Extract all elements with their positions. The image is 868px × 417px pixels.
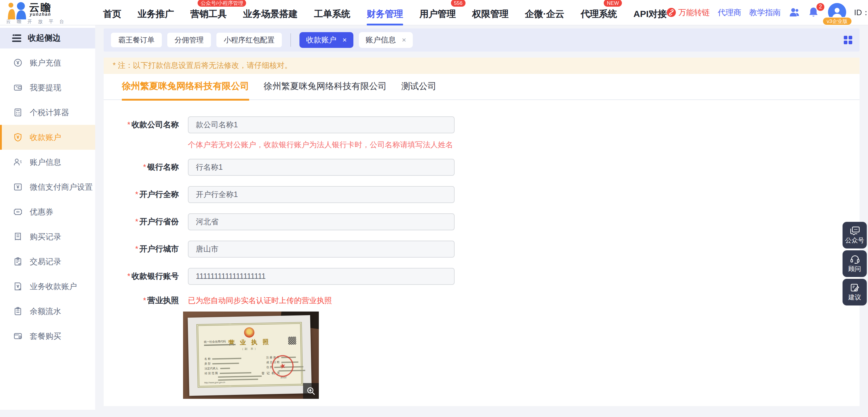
receiving-account-icon [13,133,23,142]
nav-home[interactable]: 首页 [103,0,121,25]
company-tab-2[interactable]: 徐州繁夏咪兔网络科技有限公司 [264,81,387,99]
license-footer-url: http://www.gsxt.gov.cn [204,381,225,384]
main-nav: 首页 业务推广 营销工具 公众号/小程序管理 业务场景搭建 工单系统 财务管理 … [103,0,667,25]
sidebar-item-account-info[interactable]: 账户信息 [0,150,95,174]
account-info-icon [13,158,23,167]
nav-qiwei[interactable]: 企微·企云 [525,0,564,25]
suggestion-button[interactable]: 建议 [842,279,867,306]
sidebar-item-wechat-pay-settings[interactable]: 微信支付商户设置 [0,174,95,199]
license-sync-note: 已为您自动同步实名认证时上传的营业执照 [188,295,332,306]
app-viewport: 云瞻 yunzhan 云 瞻 开 放 平 台 首页 业务推广 营销工具 公众号/… [0,0,868,417]
quick-button-redpacket-config[interactable]: 小程序红包配置 [216,33,282,47]
sidebar-item-balance-flow[interactable]: 余额流水 [0,299,95,324]
form-row-business-license: *营业执照 已为您自动同步实名认证时上传的营业执照 [104,295,860,306]
chain-link-icon [667,8,676,17]
brand-logo-icon [7,1,27,20]
grid-layout-icon[interactable] [844,36,852,44]
company-tabs: 徐州繁夏咪兔网络科技有限公司 徐州繁夏咪兔网络科技有限公司 测试公司 [104,74,860,100]
company-tab-1[interactable]: 徐州繁夏咪兔网络科技有限公司 [122,81,249,99]
sidebar-item-transaction-records[interactable]: 交易记录 [0,249,95,274]
business-receiving-icon [13,282,23,291]
field-label: 开户行城市 [140,244,179,253]
brand-logo[interactable]: 云瞻 yunzhan 云 瞻 开 放 平 台 [0,0,96,25]
field-label: 收款公司名称 [131,120,179,129]
headset-icon [849,254,860,263]
form-row-bank-city: *开户行城市 唐山市 [104,240,860,258]
package-purchase-icon [13,331,23,341]
main-area: 霸王餐订单 分佣管理 小程序红包配置 收款账户 × 账户信息 × * 注：以下打… [95,26,868,417]
nav-badge-new: NEW [604,0,622,6]
license-paper: 统一社会信用代码 营 业 执 照 （副 本） 名 称 类 型 法定代表人 [188,315,312,396]
field-label: 收款银行账号 [131,271,179,281]
advisor-button[interactable]: 顾问 [842,250,867,277]
collapse-sidebar-icon [11,34,21,42]
nav-business-promo[interactable]: 业务推广 [137,0,174,25]
nav-marketing-tools[interactable]: 营销工具 公众号/小程序管理 [190,0,227,25]
bank-name-input[interactable]: 行名称1 [188,159,455,176]
quick-tab-bar: 霸王餐订单 分佣管理 小程序红包配置 收款账户 × 账户信息 × [104,29,860,52]
form-row-bank-province: *开户行省份 河北省 [104,213,860,230]
user-avatar[interactable]: v3企业版 [828,1,846,23]
calculator-icon [13,108,23,117]
bank-city-input[interactable]: 唐山市 [188,240,455,258]
quick-button-commission[interactable]: 分佣管理 [167,33,211,47]
sidebar-item-purchase-records[interactable]: 购买记录 [0,224,95,249]
agent-link[interactable]: 代理商 [718,7,741,18]
bank-branch-input[interactable]: 开户行全称1 [188,186,455,203]
company-tab-3[interactable]: 测试公司 [401,81,436,99]
form-row-bank-account: *收款银行账号 1111111111111111111 [104,268,860,285]
wechat-pay-icon [13,183,23,192]
close-icon[interactable]: × [342,36,347,44]
edit-note-icon [850,283,860,292]
nav-api[interactable]: API对接 [633,0,667,25]
sidebar-item-receiving-account[interactable]: 收款账户 [0,125,95,150]
nav-ticket-system[interactable]: 工单系统 [314,0,350,25]
form-row-bank-name: *银行名称 行名称1 [104,159,860,176]
official-account-button[interactable]: 公众号 [842,222,867,249]
purchase-records-icon [13,232,23,241]
sidebar-item-package-purchase[interactable]: 套餐购买 [0,324,95,349]
sidebar-item-withdraw[interactable]: 我要提现 [0,75,95,100]
sidebar-collapse-label: 收起侧边 [28,33,61,44]
tabbar-divider [290,33,291,47]
nav-permission[interactable]: 权限管理 [472,0,508,25]
nav-scene-builder[interactable]: 业务场景搭建 [243,0,298,25]
customer-service-icon[interactable] [788,7,800,18]
guide-link[interactable]: 教学指南 [749,7,781,18]
business-license-photo[interactable]: 统一社会信用代码 营 业 执 照 （副 本） 名 称 类 型 法定代表人 [183,312,319,399]
sidebar: 收起侧边 账户充值 我要提现 个税计算器 收款账户 账户信息 [0,26,95,410]
nav-badge-count: 556 [451,0,466,6]
chat-bubbles-icon [849,226,860,235]
field-label: 开户行省份 [140,217,179,226]
sidebar-item-tax-calculator[interactable]: 个税计算器 [0,100,95,125]
float-button-group: 公众号 顾问 建议 [842,222,867,306]
company-name-input[interactable]: 款公司名称1 [188,116,455,133]
universal-link-button[interactable]: 万能转链 [667,7,710,18]
plan-badge: v3企业版 [823,17,852,25]
notice-bar: * 注：以下打款信息设置后将无法修改，请仔细核对。 [104,58,860,74]
notice-text: * 注：以下打款信息设置后将无法修改，请仔细核对。 [113,61,292,71]
quick-button-bawancan-orders[interactable]: 霸王餐订单 [111,33,162,47]
sidebar-item-business-receiving-account[interactable]: 业务收款账户 [0,274,95,299]
content-card: 徐州繁夏咪兔网络科技有限公司 徐州繁夏咪兔网络科技有限公司 测试公司 *收款公司… [104,74,860,406]
license-code-label: 统一社会信用代码 [204,340,226,344]
bank-account-input[interactable]: 1111111111111111111 [188,268,455,285]
user-id: ID：19882858，复制 [854,7,868,18]
nav-finance[interactable]: 财务管理 [367,0,403,25]
sidebar-menu: 账户充值 我要提现 个税计算器 收款账户 账户信息 微信支付商户设置 [0,50,95,349]
close-icon[interactable]: × [402,36,406,44]
field-label: 营业执照 [147,296,179,305]
tab-account-info[interactable]: 账户信息 × [359,32,413,48]
tab-receiving-account[interactable]: 收款账户 × [300,32,353,48]
sidebar-item-recharge[interactable]: 账户充值 [0,50,95,75]
bank-province-input[interactable]: 河北省 [188,213,455,230]
sidebar-item-coupons[interactable]: 优惠券 [0,199,95,224]
nav-agent-system[interactable]: 代理系统 NEW [581,0,617,25]
nav-user-mgmt[interactable]: 用户管理 556 [420,0,456,25]
zoom-in-icon[interactable] [303,383,319,399]
form-row-bank-branch-fullname: *开户行全称 开户行全称1 [104,186,860,203]
balance-flow-icon [13,307,23,316]
notifications-bell[interactable]: 2 [808,6,820,19]
sidebar-collapse-button[interactable]: 收起侧边 [0,28,95,49]
field-label: 银行名称 [147,162,179,171]
